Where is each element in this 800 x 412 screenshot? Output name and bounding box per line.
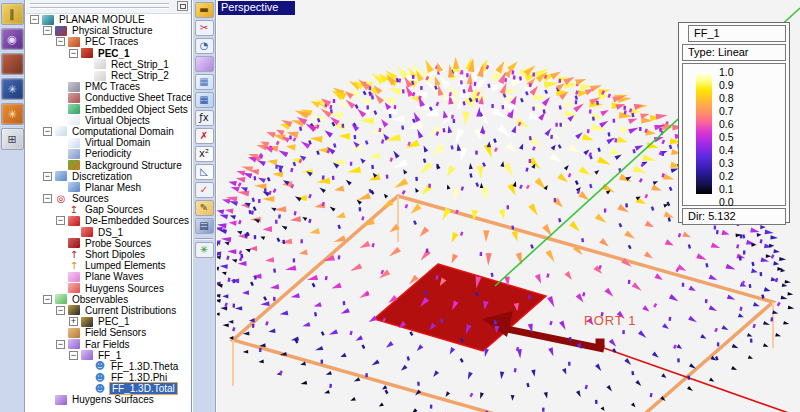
tree-item-ff-1-3d-total[interactable]: ☻FF_1.3D.Total xyxy=(26,383,191,394)
tree-item-virtual-domain[interactable]: Virtual Domain xyxy=(26,137,191,148)
tree-item-label: Conductive Sheet Traces xyxy=(83,92,191,103)
add-icon[interactable]: ✳ xyxy=(195,242,214,258)
equation-icon[interactable]: x² xyxy=(195,146,214,162)
rect-strip-icon xyxy=(94,71,106,81)
collapse-icon[interactable]: − xyxy=(56,37,65,46)
colorbar-tick: 0.9 xyxy=(719,79,734,92)
tree-item-planar-mesh[interactable]: Planar Mesh xyxy=(26,182,191,193)
planar-mesh-icon xyxy=(68,182,80,192)
label-tag-icon[interactable]: ▬ xyxy=(195,2,214,18)
computational-domain-icon xyxy=(55,126,67,136)
lumped-elements-icon: ↑ xyxy=(68,261,80,271)
tree-item-embedded-object-sets[interactable]: Embedded Object Sets xyxy=(26,104,191,115)
network-tree-icon[interactable]: ⊞ xyxy=(1,128,24,150)
antenna-blue-icon[interactable]: ✳ xyxy=(1,78,24,100)
tree-item-de-embedded-sources[interactable]: −De-Embedded Sources xyxy=(26,215,191,226)
tree-item-label: Gap Sources xyxy=(83,204,145,215)
tree-item-short-dipoles[interactable]: ↑Short Dipoles xyxy=(26,249,191,260)
collapse-icon[interactable]: − xyxy=(56,216,65,225)
collapse-icon[interactable]: − xyxy=(30,15,39,24)
tree-item-planar-module[interactable]: −PLANAR MODULE xyxy=(26,14,191,25)
tree-item-huygens-surfaces[interactable]: Huygens Surfaces xyxy=(26,394,191,405)
physical-structure-icon xyxy=(55,26,67,36)
tree-item-periodicity[interactable]: Periodicity xyxy=(26,148,191,159)
viewport-3d[interactable]: PORT 1 Perspective FF_1 Type: Linear 1.0… xyxy=(217,0,800,412)
panel-float-button[interactable] xyxy=(177,1,188,11)
tree-item-label: FF_1 xyxy=(96,350,123,361)
tree-item-huygens-sources[interactable]: Huygens Sources xyxy=(26,283,191,294)
edit-folder-icon[interactable]: ✎ xyxy=(195,200,214,216)
tree-item-label: Far Fields xyxy=(83,339,131,350)
tree-item-rect-strip-2[interactable]: Rect_Strip_2 xyxy=(26,70,191,81)
function-icon[interactable]: ƒx xyxy=(195,110,214,126)
tree-item-label: Virtual Objects xyxy=(83,115,152,126)
project-tree: −PLANAR MODULE−Physical Structure−PEC Tr… xyxy=(26,14,191,412)
tree-item-current-distributions[interactable]: −Current Distributions xyxy=(26,305,191,316)
tree-item-ff-1[interactable]: −FF_1 xyxy=(26,350,191,361)
tree-item-plane-waves[interactable]: Plane Waves xyxy=(26,271,191,282)
tree-item-pec-1[interactable]: −PEC_1 xyxy=(26,48,191,59)
delete-icon[interactable]: ✗ xyxy=(195,128,214,144)
side-toolbar: ▬✂◔▦▦ƒx✗x²◺✓✎▤✳ xyxy=(193,0,216,412)
collapse-icon[interactable]: − xyxy=(56,340,65,349)
far-field-view-icon[interactable] xyxy=(195,56,214,72)
antenna-orange-icon[interactable]: ✳ xyxy=(1,103,24,125)
check-icon[interactable]: ✓ xyxy=(195,182,214,198)
tree-item-lumped-elements[interactable]: ↑Lumped Elements xyxy=(26,260,191,271)
tree-item-label: De-Embedded Sources xyxy=(83,215,191,226)
tree-item-far-fields[interactable]: −Far Fields xyxy=(26,338,191,349)
tree-item-observables[interactable]: −Observables xyxy=(26,294,191,305)
tree-item-discretization[interactable]: −Discretization xyxy=(26,171,191,182)
tree-item-ds-1[interactable]: DS_1 xyxy=(26,227,191,238)
rect-strip-icon xyxy=(94,59,106,69)
tree-item-label: Embedded Object Sets xyxy=(83,104,190,115)
tree-item-virtual-objects[interactable]: Virtual Objects xyxy=(26,115,191,126)
tree-item-label: Computational Domain xyxy=(70,126,176,137)
tree-item-label: Huygens Sources xyxy=(83,283,166,294)
tree-item-ff-1-3d-theta[interactable]: ☻FF_1.3D.Theta xyxy=(26,361,191,372)
project-icon[interactable]: ∥ xyxy=(1,3,24,25)
cut-plot-icon[interactable]: ✂ xyxy=(195,20,214,36)
colorbar-tick: 0.4 xyxy=(719,144,734,157)
tree-item-pec-traces[interactable]: −PEC Traces xyxy=(26,36,191,47)
tree-item-sources[interactable]: −◎Sources xyxy=(26,193,191,204)
material-icon[interactable] xyxy=(1,53,24,75)
legend-directivity: Dir: 5.132 xyxy=(682,208,786,225)
collapse-icon[interactable]: − xyxy=(43,194,52,203)
de-embedded-source-icon xyxy=(81,227,93,237)
virtual-domain-icon xyxy=(68,138,80,148)
collapse-icon[interactable]: − xyxy=(43,26,52,35)
collapse-icon[interactable]: − xyxy=(43,172,52,181)
tree-item-label: PEC Traces xyxy=(83,36,140,47)
tree-item-gap-sources[interactable]: ↥Gap Sources xyxy=(26,204,191,215)
de-embedded-sources-icon xyxy=(68,216,80,226)
huygens-surfaces-icon xyxy=(55,395,67,405)
tree-item-label: Probe Sources xyxy=(83,238,153,249)
background-structure-icon xyxy=(68,160,80,170)
tree-item-label: Planar Mesh xyxy=(83,182,143,193)
expand-icon[interactable]: + xyxy=(69,317,78,326)
far-fields-icon xyxy=(68,339,80,349)
field-sensors-icon xyxy=(68,328,80,338)
tree-item-computational-domain[interactable]: −Computational Domain xyxy=(26,126,191,137)
postprocess-icon[interactable]: ◺ xyxy=(195,164,214,180)
mesh-view-icon[interactable]: ▦ xyxy=(195,74,214,90)
collapse-icon[interactable]: − xyxy=(56,306,65,315)
tree-item-pmc-traces[interactable]: PMC Traces xyxy=(26,81,191,92)
tree-item-background-structure[interactable]: Background Structure xyxy=(26,159,191,170)
tree-item-conductive-sheet-traces[interactable]: Conductive Sheet Traces xyxy=(26,92,191,103)
grip-line xyxy=(30,7,169,9)
collapse-icon[interactable]: − xyxy=(43,295,52,304)
tree-item-field-sensors[interactable]: Field Sensors xyxy=(26,327,191,338)
collapse-icon[interactable]: − xyxy=(69,351,78,360)
mesh-settings-icon[interactable]: ▦ xyxy=(195,92,214,108)
calculator-icon[interactable]: ▤ xyxy=(195,218,214,234)
tree-item-rect-strip-1[interactable]: Rect_Strip_1 xyxy=(26,59,191,70)
rotate-view-icon[interactable]: ◔ xyxy=(195,38,214,54)
tree-item-physical-structure[interactable]: −Physical Structure xyxy=(26,25,191,36)
swirl-icon[interactable]: ◉ xyxy=(1,28,24,50)
collapse-icon[interactable]: − xyxy=(69,49,78,58)
collapse-icon[interactable]: − xyxy=(43,127,52,136)
tree-item-probe-sources[interactable]: Probe Sources xyxy=(26,238,191,249)
tree-item-pec-1[interactable]: +PEC_1 xyxy=(26,316,191,327)
